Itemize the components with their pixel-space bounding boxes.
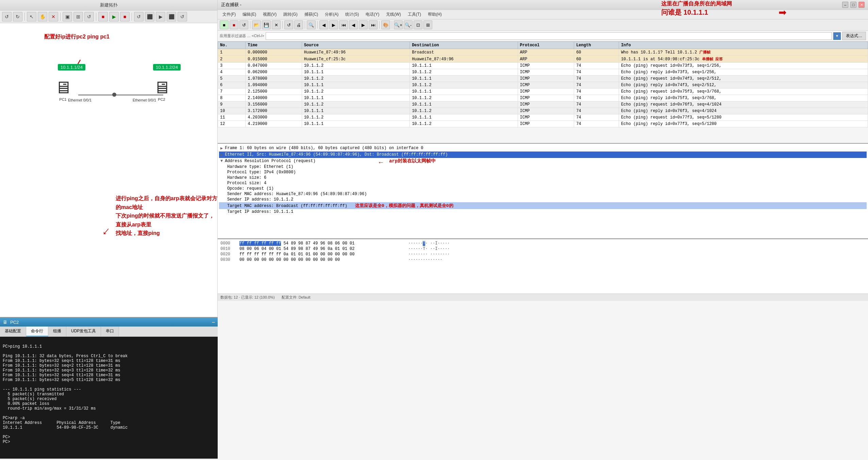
- sep3: [96, 13, 96, 21]
- pc2-minimize-btn[interactable]: –: [212, 319, 215, 325]
- redo-btn[interactable]: ↻: [13, 12, 22, 21]
- grid-btn[interactable]: ⊞: [73, 12, 83, 21]
- ws-toolbar: ■ ■ ↺ 📂 💾 ✕ ↺ 🖨 🔍 ◀ ▶ ⏮ ◀ ▶ ⏭ 🎨 🔍+ 🔍- ⊡ …: [218, 19, 868, 31]
- capture5-btn[interactable]: ↺: [178, 12, 187, 21]
- network-cable: [78, 95, 163, 95]
- sep5: [379, 21, 380, 29]
- menu-goto[interactable]: 跳转(G): [280, 11, 301, 18]
- menu-capture[interactable]: 捕获(C): [301, 11, 322, 18]
- select-btn[interactable]: ↖: [27, 12, 36, 21]
- minimize-btn[interactable]: –: [842, 2, 848, 8]
- arp-annotation: arp封装在以太网帧中: [389, 158, 436, 164]
- go-prev-btn[interactable]: ◀: [349, 20, 358, 29]
- menu-wireless[interactable]: 无线(W): [383, 11, 404, 18]
- menu-analyze[interactable]: 分析(A): [321, 11, 342, 18]
- menu-help[interactable]: 帮助(H): [424, 11, 445, 18]
- table-row[interactable]: 20.015000HuaweiTe_cf:25:3cHuaweiTe_87:49…: [218, 56, 868, 63]
- zoom-in-btn[interactable]: 🔍+: [394, 20, 403, 29]
- tab-cmdline[interactable]: 命令行: [26, 327, 48, 336]
- table-row[interactable]: 61.09400010.1.1.110.1.1.2ICMP74Echo (pin…: [218, 82, 868, 89]
- capture4-btn[interactable]: ⬛: [167, 12, 176, 21]
- table-row[interactable]: 10.000000HuaweiTe_87:49:96BroadcastARP60…: [218, 49, 868, 56]
- filter-input[interactable]: [266, 32, 832, 40]
- table-row[interactable]: 51.07800010.1.1.210.1.1.1ICMP74Echo (pin…: [218, 76, 868, 82]
- expand-icon-eth: ▶: [220, 152, 223, 157]
- hex-ascii: ······T· ··I·····: [408, 241, 450, 246]
- table-row[interactable]: 93.15600010.1.1.210.1.1.1ICMP74Echo (pin…: [218, 101, 868, 108]
- rect-btn[interactable]: ▣: [63, 12, 72, 21]
- table-row[interactable]: 124.21900010.1.1.110.1.1.2ICMP74Echo (pi…: [218, 121, 868, 127]
- terminal-output[interactable]: PC>ping 10.1.1.1 Ping 10.1.1.1: 32 data …: [0, 337, 218, 459]
- menu-view[interactable]: 视图(V): [260, 11, 280, 18]
- capture2-btn[interactable]: ⬛: [145, 12, 154, 21]
- table-row[interactable]: 103.17200010.1.1.110.1.1.2ICMP74Echo (pi…: [218, 108, 868, 114]
- maximize-btn[interactable]: □: [850, 2, 856, 8]
- hex-offset: 0010: [220, 247, 234, 251]
- capture3-btn[interactable]: ▶: [156, 12, 165, 21]
- col-info: Info: [619, 42, 868, 49]
- status-bar: 数据包: 12 · 已显示: 12 (100.0%) 配置文件: Default: [218, 294, 868, 301]
- hex-dump[interactable]: 0000 ff ff ff ff ff ff 54 89 98 87 49 96…: [218, 239, 868, 294]
- table-row[interactable]: 114.20300010.1.1.210.1.1.1ICMP74Echo (pi…: [218, 114, 868, 121]
- detail-frame[interactable]: ▶ Frame 1: 60 bytes on wire (480 bits), …: [219, 145, 867, 152]
- pc2-title: PC2: [10, 320, 19, 325]
- stop-capture-btn[interactable]: ■: [230, 20, 238, 29]
- go-back-btn[interactable]: ◀: [319, 20, 328, 29]
- capture-btn[interactable]: ↺: [134, 12, 144, 21]
- menu-phone[interactable]: 电话(Y): [362, 11, 383, 18]
- table-row[interactable]: 72.12500010.1.1.210.1.1.1ICMP74Echo (pin…: [218, 89, 868, 95]
- col-no: No.: [218, 42, 246, 49]
- tab-basic[interactable]: 基础配置: [0, 327, 26, 336]
- topology-title: 新建拓扑: [0, 0, 217, 11]
- resize-columns-btn[interactable]: ⊞: [423, 20, 432, 29]
- restart-capture-btn[interactable]: ↺: [239, 20, 248, 29]
- play-btn[interactable]: ▶: [109, 12, 119, 21]
- filter-expr-btn[interactable]: 表达式…: [842, 32, 866, 40]
- table-row[interactable]: 30.04700010.1.1.210.1.1.1ICMP74Echo (pin…: [218, 63, 868, 69]
- menu-edit[interactable]: 编辑(E): [239, 11, 260, 18]
- reload-btn[interactable]: ↺: [284, 20, 293, 29]
- arp-sender-mac: Sender MAC address: HuaweiTe_87:49:96 (5…: [219, 191, 867, 197]
- go-next-btn[interactable]: ▶: [359, 20, 368, 29]
- close-file-btn[interactable]: ✕: [272, 20, 281, 29]
- go-last-btn[interactable]: ⏭: [369, 20, 378, 29]
- left-panel: 新建拓扑 ↺ ↻ ↖ ✋ ✕ ▣ ⊞ ↺ ■ ▶ ■ ↺ ⬛ ▶ ⬛ ↺ 配置好…: [0, 0, 218, 460]
- save-btn[interactable]: 💾: [262, 20, 271, 29]
- table-row[interactable]: 82.14000010.1.1.110.1.1.2ICMP74Echo (pin…: [218, 95, 868, 101]
- menu-tools[interactable]: 工具(T): [404, 11, 424, 18]
- ws-menubar: 文件(F) 编辑(E) 视图(V) 跳转(G) 捕获(C) 分析(A) 统计(S…: [218, 10, 868, 19]
- go-fwd-btn[interactable]: ▶: [329, 20, 338, 29]
- tab-serial[interactable]: 串口: [101, 327, 119, 336]
- refresh-btn[interactable]: ↺: [84, 12, 94, 21]
- table-row[interactable]: 40.06200010.1.1.110.1.1.2ICMP74Echo (pin…: [218, 69, 868, 76]
- pc2-window: 🖥 PC2 – 基础配置 命令行 组播 UDP发包工具 串口 PC>ping 1…: [0, 317, 218, 460]
- stop-btn[interactable]: ■: [98, 12, 108, 21]
- delete-btn[interactable]: ✕: [49, 12, 58, 21]
- colorize-btn[interactable]: 🎨: [381, 20, 390, 29]
- zoom-out-btn[interactable]: 🔍-: [404, 20, 413, 29]
- find-btn[interactable]: 🔍: [307, 20, 316, 29]
- go-first-btn[interactable]: ⏮: [339, 20, 348, 29]
- zoom-reset-btn[interactable]: ⊡: [414, 20, 422, 29]
- packet-list[interactable]: No. Time Source Destination Protocol Len…: [218, 42, 868, 144]
- filter-dropdown-btn[interactable]: ▼: [833, 32, 841, 40]
- tab-udp[interactable]: UDP发包工具: [66, 327, 101, 336]
- arp-proto-type: Protocol type: IPv4 (0x0800): [219, 170, 867, 175]
- packet-detail[interactable]: ▶ Frame 1: 60 bytes on wire (480 bits), …: [218, 144, 868, 239]
- ws-window-controls: – □ ✕: [842, 2, 865, 8]
- menu-stats[interactable]: 统计(S): [342, 11, 362, 18]
- stop2-btn[interactable]: ■: [120, 12, 130, 21]
- port-left-label: Ethernet 0/0/1: [68, 98, 91, 102]
- close-btn[interactable]: ✕: [858, 2, 865, 8]
- open-btn[interactable]: 📂: [252, 20, 261, 29]
- hand-btn[interactable]: ✋: [38, 12, 47, 21]
- sep2: [60, 13, 61, 21]
- detail-ethernet[interactable]: ▶ Ethernet II, Src: HuaweiTe_87:49:96 (5…: [219, 152, 867, 158]
- hex-bytes: ff ff ff ff ff ff 54 89 98 87 49 96 08 0…: [239, 241, 403, 246]
- print-btn[interactable]: 🖨: [294, 20, 303, 29]
- menu-file[interactable]: 文件(F): [219, 11, 239, 18]
- undo-btn[interactable]: ↺: [2, 12, 12, 21]
- start-capture-btn[interactable]: ■: [220, 20, 229, 29]
- detail-arp[interactable]: ▼ Address Resolution Protocol (request) …: [219, 158, 867, 164]
- tab-multicast[interactable]: 组播: [48, 327, 66, 336]
